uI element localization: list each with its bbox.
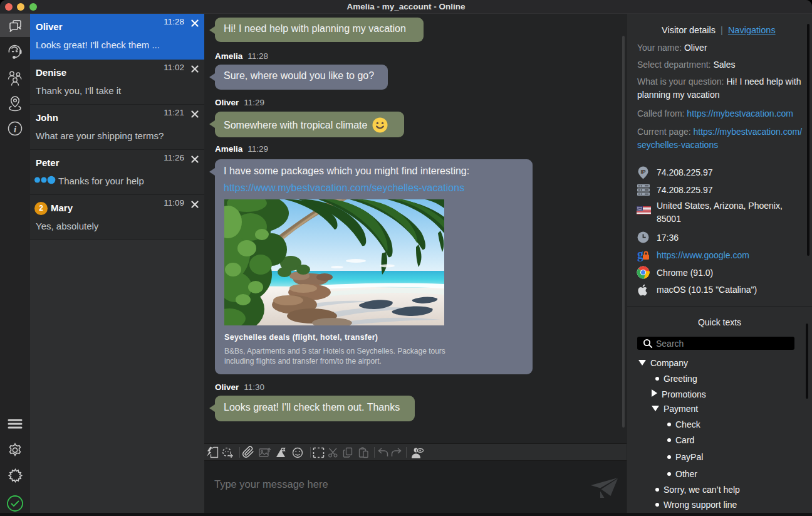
svg-text:i: i — [14, 124, 17, 134]
svg-text:IP: IP — [640, 169, 645, 175]
svg-text:g: g — [637, 248, 643, 261]
